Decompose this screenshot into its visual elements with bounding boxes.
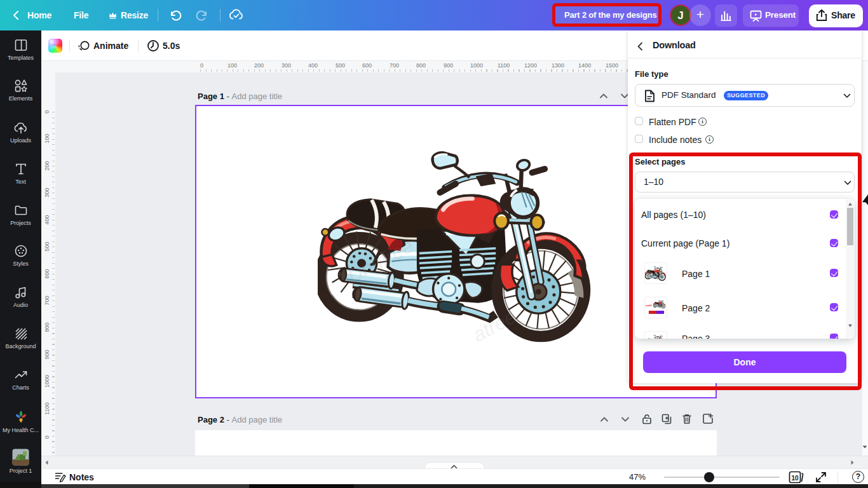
svg-text:10: 10 [792, 475, 799, 482]
